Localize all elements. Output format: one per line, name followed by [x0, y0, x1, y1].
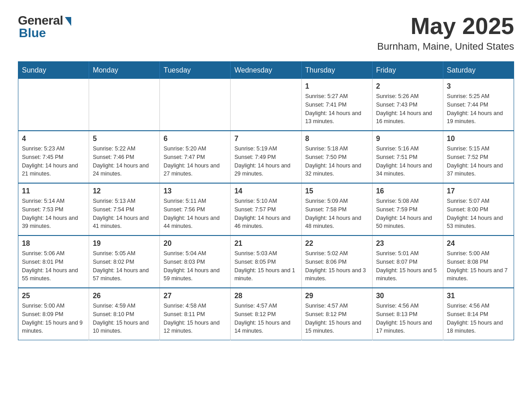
- day-info: Sunrise: 5:19 AMSunset: 7:49 PMDaylight:…: [234, 145, 297, 178]
- month-title: May 2025: [377, 13, 514, 39]
- calendar-cell: 15Sunrise: 5:09 AMSunset: 7:58 PMDayligh…: [301, 183, 372, 235]
- logo-arrow-icon: [65, 17, 71, 26]
- logo-blue-line: Blue: [18, 28, 46, 40]
- calendar-cell: 7Sunrise: 5:19 AMSunset: 7:49 PMDaylight…: [231, 131, 301, 183]
- day-number: 1: [305, 82, 369, 90]
- calendar-cell: 13Sunrise: 5:11 AMSunset: 7:56 PMDayligh…: [160, 183, 231, 235]
- calendar-cell: 25Sunrise: 5:00 AMSunset: 8:09 PMDayligh…: [18, 288, 89, 340]
- day-info: Sunrise: 5:27 AMSunset: 7:41 PMDaylight:…: [305, 92, 369, 126]
- day-number: 14: [234, 187, 297, 195]
- calendar-week-4: 18Sunrise: 5:06 AMSunset: 8:01 PMDayligh…: [18, 235, 514, 288]
- calendar-cell: 17Sunrise: 5:07 AMSunset: 8:00 PMDayligh…: [443, 183, 514, 235]
- header: General Blue May 2025 Burnham, Maine, Un…: [18, 13, 514, 52]
- calendar-cell: 24Sunrise: 5:00 AMSunset: 8:08 PMDayligh…: [443, 235, 514, 288]
- calendar-cell: 21Sunrise: 5:03 AMSunset: 8:05 PMDayligh…: [231, 235, 301, 288]
- day-info: Sunrise: 4:57 AMSunset: 8:12 PMDaylight:…: [234, 302, 297, 335]
- day-number: 23: [376, 240, 439, 248]
- header-friday: Friday: [372, 62, 443, 79]
- day-number: 19: [93, 240, 156, 248]
- calendar-cell: 23Sunrise: 5:01 AMSunset: 8:07 PMDayligh…: [372, 235, 443, 288]
- day-info: Sunrise: 5:07 AMSunset: 8:00 PMDaylight:…: [447, 197, 510, 231]
- header-tuesday: Tuesday: [160, 62, 231, 79]
- calendar-cell: 20Sunrise: 5:04 AMSunset: 8:03 PMDayligh…: [160, 235, 231, 288]
- calendar-cell: 31Sunrise: 4:56 AMSunset: 8:14 PMDayligh…: [443, 288, 514, 340]
- calendar-week-2: 4Sunrise: 5:23 AMSunset: 7:45 PMDaylight…: [18, 131, 514, 183]
- day-info: Sunrise: 5:00 AMSunset: 8:09 PMDaylight:…: [22, 302, 85, 335]
- calendar-cell: 10Sunrise: 5:15 AMSunset: 7:52 PMDayligh…: [443, 131, 514, 183]
- day-info: Sunrise: 5:16 AMSunset: 7:51 PMDaylight:…: [376, 145, 439, 178]
- day-info: Sunrise: 5:10 AMSunset: 7:57 PMDaylight:…: [234, 197, 297, 231]
- calendar-cell: 8Sunrise: 5:18 AMSunset: 7:50 PMDaylight…: [301, 131, 372, 183]
- day-info: Sunrise: 5:25 AMSunset: 7:44 PMDaylight:…: [447, 92, 510, 126]
- calendar-cell: 28Sunrise: 4:57 AMSunset: 8:12 PMDayligh…: [231, 288, 301, 340]
- day-number: 8: [305, 135, 369, 143]
- day-info: Sunrise: 5:20 AMSunset: 7:47 PMDaylight:…: [163, 145, 227, 178]
- calendar-week-3: 11Sunrise: 5:14 AMSunset: 7:53 PMDayligh…: [18, 183, 514, 235]
- day-number: 4: [22, 135, 85, 143]
- calendar-cell: 1Sunrise: 5:27 AMSunset: 7:41 PMDaylight…: [301, 79, 372, 131]
- location-title: Burnham, Maine, United States: [377, 41, 514, 52]
- day-info: Sunrise: 5:22 AMSunset: 7:46 PMDaylight:…: [93, 145, 156, 178]
- logo-blue-text: Blue: [19, 26, 46, 40]
- day-number: 15: [305, 187, 369, 195]
- calendar-cell: 14Sunrise: 5:10 AMSunset: 7:57 PMDayligh…: [231, 183, 301, 235]
- day-info: Sunrise: 5:01 AMSunset: 8:07 PMDaylight:…: [376, 249, 439, 283]
- day-info: Sunrise: 4:56 AMSunset: 8:13 PMDaylight:…: [376, 302, 439, 335]
- day-info: Sunrise: 5:08 AMSunset: 7:59 PMDaylight:…: [376, 197, 439, 231]
- calendar-cell: 30Sunrise: 4:56 AMSunset: 8:13 PMDayligh…: [372, 288, 443, 340]
- calendar-cell: 4Sunrise: 5:23 AMSunset: 7:45 PMDaylight…: [18, 131, 89, 183]
- day-info: Sunrise: 5:00 AMSunset: 8:08 PMDaylight:…: [447, 249, 510, 283]
- calendar-week-5: 25Sunrise: 5:00 AMSunset: 8:09 PMDayligh…: [18, 288, 514, 340]
- calendar-cell: [18, 79, 89, 131]
- day-number: 28: [234, 292, 297, 300]
- day-number: 7: [234, 135, 297, 143]
- day-info: Sunrise: 5:14 AMSunset: 7:53 PMDaylight:…: [22, 197, 85, 231]
- calendar-cell: 18Sunrise: 5:06 AMSunset: 8:01 PMDayligh…: [18, 235, 89, 288]
- day-info: Sunrise: 4:58 AMSunset: 8:11 PMDaylight:…: [163, 302, 227, 335]
- calendar-cell: 16Sunrise: 5:08 AMSunset: 7:59 PMDayligh…: [372, 183, 443, 235]
- calendar-cell: [89, 79, 160, 131]
- day-info: Sunrise: 5:06 AMSunset: 8:01 PMDaylight:…: [22, 249, 85, 283]
- day-info: Sunrise: 4:57 AMSunset: 8:12 PMDaylight:…: [305, 302, 369, 335]
- calendar-cell: 2Sunrise: 5:26 AMSunset: 7:43 PMDaylight…: [372, 79, 443, 131]
- calendar-cell: [231, 79, 301, 131]
- day-number: 27: [163, 292, 227, 300]
- day-number: 12: [93, 187, 156, 195]
- day-number: 17: [447, 187, 510, 195]
- header-saturday: Saturday: [443, 62, 514, 79]
- day-number: 3: [447, 82, 510, 90]
- calendar-week-1: 1Sunrise: 5:27 AMSunset: 7:41 PMDaylight…: [18, 79, 514, 131]
- day-info: Sunrise: 5:03 AMSunset: 8:05 PMDaylight:…: [234, 249, 297, 283]
- day-number: 6: [163, 135, 227, 143]
- calendar-table: SundayMondayTuesdayWednesdayThursdayFrid…: [18, 61, 514, 340]
- calendar-cell: 6Sunrise: 5:20 AMSunset: 7:47 PMDaylight…: [160, 131, 231, 183]
- header-wednesday: Wednesday: [231, 62, 301, 79]
- day-info: Sunrise: 5:05 AMSunset: 8:02 PMDaylight:…: [93, 249, 156, 283]
- day-number: 26: [93, 292, 156, 300]
- day-number: 10: [447, 135, 510, 143]
- calendar-cell: 12Sunrise: 5:13 AMSunset: 7:54 PMDayligh…: [89, 183, 160, 235]
- logo: General Blue: [18, 13, 71, 40]
- day-number: 11: [22, 187, 85, 195]
- calendar-cell: 22Sunrise: 5:02 AMSunset: 8:06 PMDayligh…: [301, 235, 372, 288]
- title-section: May 2025 Burnham, Maine, United States: [377, 13, 514, 52]
- day-info: Sunrise: 5:23 AMSunset: 7:45 PMDaylight:…: [22, 145, 85, 178]
- day-number: 21: [234, 240, 297, 248]
- day-number: 22: [305, 240, 369, 248]
- day-number: 31: [447, 292, 510, 300]
- calendar-cell: [160, 79, 231, 131]
- day-info: Sunrise: 5:26 AMSunset: 7:43 PMDaylight:…: [376, 92, 439, 126]
- calendar-cell: 5Sunrise: 5:22 AMSunset: 7:46 PMDaylight…: [89, 131, 160, 183]
- calendar-cell: 26Sunrise: 4:59 AMSunset: 8:10 PMDayligh…: [89, 288, 160, 340]
- header-thursday: Thursday: [301, 62, 372, 79]
- day-info: Sunrise: 4:59 AMSunset: 8:10 PMDaylight:…: [93, 302, 156, 335]
- day-number: 29: [305, 292, 369, 300]
- calendar-cell: 3Sunrise: 5:25 AMSunset: 7:44 PMDaylight…: [443, 79, 514, 131]
- day-info: Sunrise: 5:09 AMSunset: 7:58 PMDaylight:…: [305, 197, 369, 231]
- day-info: Sunrise: 5:13 AMSunset: 7:54 PMDaylight:…: [93, 197, 156, 231]
- day-number: 5: [93, 135, 156, 143]
- calendar-cell: 9Sunrise: 5:16 AMSunset: 7:51 PMDaylight…: [372, 131, 443, 183]
- calendar-header-row: SundayMondayTuesdayWednesdayThursdayFrid…: [18, 62, 514, 79]
- day-number: 18: [22, 240, 85, 248]
- day-number: 9: [376, 135, 439, 143]
